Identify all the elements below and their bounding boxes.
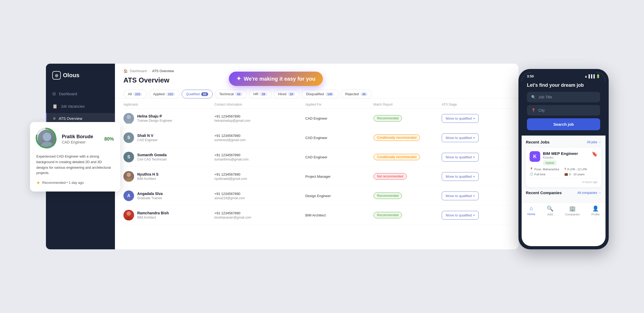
status-icons: ▲ ▌▌▌🔋 (584, 74, 600, 78)
phone-title: Let's find your dream job (527, 82, 600, 88)
nav-companies[interactable]: 🏢 Companies (565, 205, 580, 216)
job-title-input[interactable]: 🔍 Job Title (527, 92, 600, 102)
move-to-qualified-button[interactable]: Move to qualified ▾ (442, 133, 479, 142)
location-icon: 📍 (530, 167, 533, 171)
filter-tab-hired[interactable]: Hired 24 (274, 90, 299, 98)
table-header: Applicants Contact Information Applied F… (123, 98, 510, 109)
applied-for: BIM Architect (305, 213, 373, 217)
profile-percent: 80% (104, 136, 114, 142)
job-title: BIM MEP Engineer (543, 151, 589, 156)
contact-cell: +91 1234567890 asiva218@gmail.com (214, 192, 306, 200)
contact-cell: +91 1234567890 helnashadup@gmail.com (214, 114, 306, 123)
contact-phone: +91 1234567890 (214, 114, 306, 118)
time-ago: 4 hours ago (582, 180, 598, 184)
phone-body: Recent Jobs All jobs → K BIM MEP Enginee… (522, 136, 606, 202)
filter-tab-all[interactable]: All 215 (123, 90, 147, 98)
table-row: S Sumanth Gowda Civil CAD Technician +91… (123, 147, 510, 167)
clock-icon: 🕐 (530, 172, 533, 176)
dashboard-icon: ⊞ (52, 91, 56, 96)
match-badge: Not recommended (373, 173, 407, 180)
applicant-sub: Trainee Design Engineer (137, 119, 172, 123)
applicant-cell: Ramchandra Bish BIM Architect (123, 210, 214, 220)
job-details: 📍 Pune, Maharashtra ₹ 8 LPA - 12 LPA 🕐 F… (530, 167, 598, 176)
job-employment-type: 🕐 Full-time (530, 172, 563, 176)
applicant-sub: Graduate Trainee (137, 196, 163, 200)
profile-card: Pratik Borude CAD Engineer 80% Experienc… (30, 122, 120, 192)
filter-tab-technical[interactable]: Technical 50 (215, 90, 247, 98)
bookmark-icon[interactable]: 🔖 (592, 151, 598, 157)
contact-email: asiva218@gmail.com (214, 196, 306, 200)
filter-tab-qualified[interactable]: Qualified 50 (182, 90, 213, 98)
job-card-footer: 4 hours ago (530, 178, 598, 184)
applicant-cell: A Angadala Slva Graduate Trainee (123, 190, 214, 201)
phone-bottom-nav: ⌂ Home 🔍 Jobs 🏢 Companies 👤 Profile (522, 202, 606, 220)
match-badge: Recommended (373, 115, 402, 121)
filter-tab-applied[interactable]: Applied 215 (149, 90, 179, 98)
recent-companies-header: Recent Companies All companies → (526, 190, 601, 195)
floating-badge: ✦ We're making it easy for you (229, 72, 323, 86)
sidebar-item-dashboard[interactable]: ⊞ Dashboard (46, 88, 115, 99)
floating-badge-text: We're making it easy for you (244, 76, 315, 82)
recent-jobs-header: Recent Jobs All jobs → (526, 140, 601, 144)
applicant-name: Angadala Slva (137, 192, 163, 196)
city-input[interactable]: 📍 City (527, 105, 600, 116)
job-vacancies-icon: 📋 (52, 104, 58, 109)
all-companies-link[interactable]: All companies → (577, 191, 601, 195)
contact-email: sumanthms@gmail.com (214, 158, 306, 161)
filter-tab-label: Applied (153, 92, 165, 96)
ats-icon: ≡ (53, 116, 55, 121)
filter-tab-label: HR (254, 92, 259, 96)
applicant-cell: Nyuthra H S BIM Architect (123, 171, 214, 182)
table-row: Nyuthra H S BIM Architect +91 1234567890… (123, 167, 510, 186)
applicant-cell: S Sumanth Gowda Civil CAD Technician (123, 152, 214, 162)
chevron-down-icon: ▾ (473, 136, 475, 139)
breadcrumb-current: ATS Overview (152, 69, 174, 73)
filter-tab-hr[interactable]: HR 39 (249, 90, 272, 98)
breadcrumb-home-icon: 🏠 (123, 69, 128, 73)
status-time: 3:50 (527, 74, 534, 78)
move-to-qualified-button[interactable]: Move to qualified ▾ (442, 192, 479, 200)
all-jobs-link[interactable]: All jobs → (587, 140, 601, 144)
applicant-name: Sumanth Gowda (137, 153, 167, 157)
search-job-button[interactable]: Search job (527, 118, 600, 130)
sidebar-item-label: ATS Overview (59, 116, 82, 121)
move-to-qualified-button[interactable]: Move to qualified ▾ (442, 172, 479, 181)
avatar: S (123, 132, 134, 143)
salary-icon: ₹ (564, 167, 566, 171)
contact-phone: +91 1234567890 (214, 211, 306, 215)
recent-companies-title: Recent Companies (526, 190, 562, 195)
filter-tabs: All 215 Applied 215 Qualified 50 Technic… (123, 90, 510, 98)
job-experience: 💼 6 - 10 years (564, 172, 598, 176)
contact-cell: +91 1234567890 sumanthms@gmail.com (214, 153, 306, 161)
svg-point-5 (125, 120, 132, 124)
applied-for: CAD Engineer (305, 116, 373, 120)
chevron-down-icon: ▾ (473, 117, 475, 120)
location-icon: 📍 (531, 108, 536, 112)
move-to-qualified-button[interactable]: Move to qualified ▾ (442, 114, 479, 123)
main-content: 🏠 Dashboard › ATS Overview ATS Overview … (115, 64, 518, 249)
applicants-table: Applicants Contact Information Applied F… (115, 98, 518, 225)
breadcrumb-separator: › (149, 69, 150, 73)
sparkle-icon: ✦ (236, 75, 241, 82)
filter-tab-rejected[interactable]: Rejected 46 (341, 90, 372, 98)
jobs-icon: 🔍 (547, 205, 553, 212)
nav-jobs[interactable]: 🔍 Jobs (547, 205, 553, 216)
nav-home[interactable]: ⌂ Home (527, 205, 535, 216)
star-icon: ★ (36, 180, 40, 185)
col-contact: Contact Information (214, 103, 306, 106)
avatar (123, 171, 134, 182)
svg-point-10 (127, 211, 131, 216)
nav-profile[interactable]: 👤 Profile (591, 205, 600, 216)
applicant-name: Helna Shaju P (137, 114, 172, 118)
companies-icon: 🏢 (569, 205, 576, 212)
phone-frame: 3:50 ▲ ▌▌▌🔋 Let's find your dream job 🔍 … (518, 69, 609, 249)
sidebar-logo: ◎ Olous (46, 71, 115, 88)
profile-role: CAD Engineer (62, 140, 100, 144)
move-to-qualified-button[interactable]: Move to qualified ▾ (442, 211, 479, 220)
move-to-qualified-button[interactable]: Move to qualified ▾ (442, 153, 479, 162)
chevron-down-icon: ▾ (473, 194, 475, 197)
filter-tab-disqualified[interactable]: Disqualified 145 (302, 90, 339, 98)
filter-tab-label: Hired (278, 92, 286, 96)
sidebar-item-job-vacancies[interactable]: 📋 Job Vacancies (46, 101, 115, 112)
col-match: Match Report (373, 103, 442, 106)
